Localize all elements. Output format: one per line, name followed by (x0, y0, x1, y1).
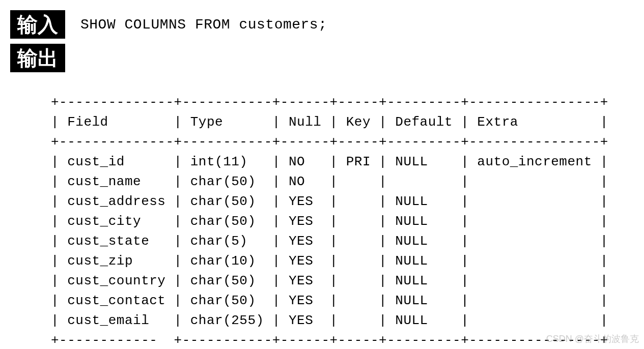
sql-output-table: +--------------+-----------+------+-----… (51, 93, 634, 349)
sql-command: SHOW COLUMNS FROM customers; (80, 17, 327, 33)
input-label-badge: 输入 (10, 10, 65, 39)
output-label-badge: 输出 (10, 44, 65, 72)
